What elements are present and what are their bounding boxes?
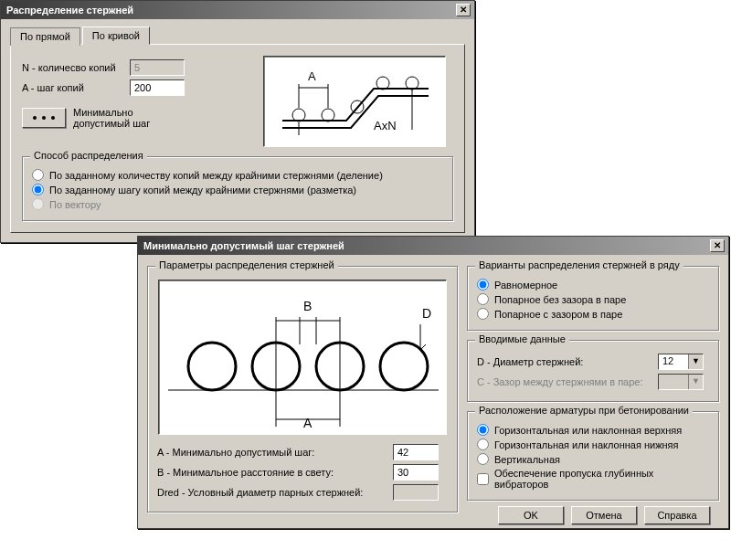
params-group: Параметры распределения стержней bbox=[147, 266, 458, 512]
svg-point-3 bbox=[292, 109, 305, 122]
svg-point-7 bbox=[406, 77, 418, 90]
d-label: D - Диаметр стержней: bbox=[477, 356, 651, 367]
cancel-button[interactable]: Отмена bbox=[571, 506, 637, 524]
svg-point-6 bbox=[376, 77, 389, 90]
layout-group: Расположение арматуры при бетонировании … bbox=[467, 411, 719, 501]
n-copies-input bbox=[130, 59, 185, 76]
min-step-button[interactable] bbox=[22, 108, 66, 128]
variants-group: Варианты распределения стержней в ряду Р… bbox=[467, 266, 719, 331]
layout-vibrators[interactable]: Обеспечение пропуска глубинных вибраторо… bbox=[477, 468, 709, 490]
diagram-label-axn: AxN bbox=[374, 119, 397, 132]
diagram-label-a: A bbox=[308, 69, 316, 83]
chevron-down-icon: ▼ bbox=[688, 354, 703, 369]
a-label: A - шаг копий bbox=[22, 82, 122, 93]
dialog-buttons: OK Отмена Справка bbox=[467, 501, 719, 524]
variant-uniform[interactable]: Равномерное bbox=[477, 279, 709, 291]
titlebar[interactable]: Распределение стержней ✕ bbox=[1, 1, 474, 19]
c-label: C - Зазор между стержнями в паре: bbox=[477, 376, 651, 387]
dred-label: Dred - Условный диаметр парных стержней: bbox=[157, 487, 386, 498]
help-button[interactable]: Справка bbox=[644, 506, 710, 524]
titlebar[interactable]: Минимально допустимый шаг стержней ✕ bbox=[138, 237, 728, 255]
distribution-method-legend: Способ распределения bbox=[30, 150, 147, 161]
variant-pair-gap[interactable]: Попарное с зазором в паре bbox=[477, 308, 709, 320]
window-title: Минимально допустимый шаг стержней bbox=[142, 240, 710, 251]
window-rod-distribution: Распределение стержней ✕ По прямой По кр… bbox=[0, 0, 475, 243]
dist-opt-division[interactable]: По заданному количеству копий между край… bbox=[32, 169, 443, 181]
params-legend: Параметры распределения стержней bbox=[155, 259, 338, 270]
n-label: N - количесво копий bbox=[22, 62, 122, 73]
layout-top[interactable]: Горизонтальная или наклонная верхняя bbox=[477, 424, 709, 436]
tab-row: По прямой По кривой bbox=[10, 26, 465, 45]
close-icon[interactable]: ✕ bbox=[710, 239, 725, 252]
svg-point-2 bbox=[51, 116, 55, 120]
curve-diagram: A AxN bbox=[263, 56, 446, 147]
layout-legend: Расположение арматуры при бетонировании bbox=[475, 405, 693, 416]
svg-point-1 bbox=[42, 116, 46, 120]
d-combo[interactable]: 12 ▼ bbox=[658, 354, 704, 370]
dist-opt-vector: По вектору bbox=[32, 198, 443, 210]
diagram-label-b: B bbox=[303, 299, 312, 313]
close-icon[interactable]: ✕ bbox=[456, 4, 471, 16]
dred-input bbox=[393, 484, 439, 501]
ok-button[interactable]: OK bbox=[498, 506, 564, 524]
a-min-label: A - Минимально допустимый шаг: bbox=[157, 447, 386, 458]
tab-straight[interactable]: По прямой bbox=[10, 27, 80, 46]
window-min-step: Минимально допустимый шаг стержней ✕ Пар… bbox=[137, 236, 729, 529]
dots-icon bbox=[31, 114, 57, 122]
bars-diagram: B A D bbox=[158, 280, 447, 435]
a-step-input[interactable] bbox=[130, 79, 185, 96]
window-title: Распределение стержней bbox=[5, 5, 456, 16]
input-data-legend: Вводимые данные bbox=[475, 333, 569, 344]
chevron-down-icon: ▼ bbox=[688, 375, 703, 389]
diagram-label-d: D bbox=[422, 306, 431, 321]
svg-line-26 bbox=[420, 344, 426, 350]
svg-point-14 bbox=[188, 343, 236, 390]
variant-pair-nogap[interactable]: Попарное без зазора в паре bbox=[477, 293, 709, 305]
layout-bottom[interactable]: Горизонтальная или наклонная нижняя bbox=[477, 438, 709, 450]
c-combo: ▼ bbox=[658, 374, 704, 390]
distribution-method-group: Способ распределения По заданному количе… bbox=[22, 156, 453, 221]
b-min-label: B - Минимальное расстояние в свету: bbox=[157, 467, 386, 478]
tab-panel: N - количесво копий A - шаг копий Минима… bbox=[10, 44, 465, 233]
min-step-label: Минимально допустимый шаг bbox=[73, 107, 155, 129]
variants-legend: Варианты распределения стержней в ряду bbox=[475, 259, 683, 270]
a-min-input[interactable] bbox=[393, 444, 439, 460]
b-min-input[interactable] bbox=[393, 464, 439, 481]
layout-vertical[interactable]: Вертикальная bbox=[477, 453, 709, 465]
diagram-label-a: A bbox=[303, 416, 312, 430]
tab-curve[interactable]: По кривой bbox=[82, 26, 150, 45]
input-data-group: Вводимые данные D - Диаметр стержней: 12… bbox=[467, 340, 719, 402]
dist-opt-marking[interactable]: По заданному шагу копий между крайними с… bbox=[32, 184, 443, 195]
svg-point-0 bbox=[33, 116, 37, 120]
svg-point-4 bbox=[322, 109, 334, 122]
